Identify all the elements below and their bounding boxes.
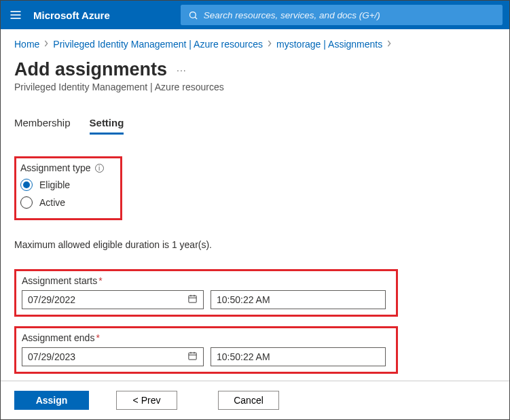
svg-rect-5: [189, 296, 196, 302]
page-title: Add assignments: [14, 59, 167, 80]
tabs: Membership Setting: [14, 117, 496, 135]
ends-date-row: 07/29/2023 10:50:22 AM: [22, 347, 390, 366]
svg-line-4: [195, 17, 197, 19]
chevron-right-icon: [43, 39, 49, 49]
assignment-type-radio-group: Eligible Active: [20, 179, 104, 209]
ends-time-input[interactable]: 10:50:22 AM: [211, 347, 386, 366]
radio-eligible[interactable]: Eligible: [20, 179, 104, 191]
radio-eligible-label: Eligible: [39, 179, 70, 190]
assignment-type-label: Assignment type: [20, 162, 91, 173]
footer-bar: Assign < Prev Cancel: [1, 381, 509, 419]
starts-label-row: Assignment starts*: [22, 275, 390, 286]
starts-date-row: 07/29/2022 10:50:22 AM: [22, 290, 390, 309]
calendar-icon[interactable]: [187, 294, 198, 306]
tab-setting[interactable]: Setting: [90, 117, 124, 135]
content-area: Home Privileged Identity Management | Az…: [1, 29, 509, 374]
page-subtitle: Privileged Identity Management | Azure r…: [14, 82, 496, 92]
breadcrumb: Home Privileged Identity Management | Az…: [14, 39, 496, 50]
assign-button[interactable]: Assign: [14, 391, 89, 410]
svg-point-3: [189, 12, 196, 18]
required-icon: *: [96, 332, 99, 343]
ends-label: Assignment ends: [22, 332, 94, 343]
search-icon: [188, 10, 198, 20]
radio-active-label: Active: [39, 197, 65, 208]
search-box[interactable]: [181, 5, 503, 25]
chevron-right-icon: [267, 39, 272, 49]
radio-active[interactable]: Active: [20, 196, 104, 209]
radio-icon: [20, 179, 33, 191]
ends-date-value: 07/29/2023: [28, 351, 75, 362]
highlight-assignment-ends: Assignment ends* 07/29/2023 10:: [14, 326, 398, 374]
brand-label: Microsoft Azure: [33, 10, 110, 21]
ends-label-row: Assignment ends*: [22, 332, 390, 343]
breadcrumb-assignments[interactable]: mystorage | Assignments: [276, 39, 382, 50]
breadcrumb-pim[interactable]: Privileged Identity Management | Azure r…: [53, 39, 263, 50]
highlight-assignment-type: Assignment type i Eligible Active: [14, 156, 122, 220]
more-icon[interactable]: ···: [177, 65, 187, 75]
highlight-assignment-starts: Assignment starts* 07/29/2022 1: [14, 269, 398, 317]
starts-time-input[interactable]: 10:50:22 AM: [211, 290, 386, 309]
form-area: Assignment type i Eligible Active Maximu…: [14, 156, 496, 374]
starts-date-input[interactable]: 07/29/2022: [22, 290, 204, 309]
starts-date-value: 07/29/2022: [28, 294, 75, 305]
search-input[interactable]: [204, 10, 495, 20]
required-icon: *: [98, 275, 102, 286]
prev-button[interactable]: < Prev: [116, 391, 177, 410]
chevron-right-icon: [386, 39, 392, 49]
cancel-button[interactable]: Cancel: [218, 391, 279, 410]
page-title-row: Add assignments ···: [14, 59, 496, 80]
tab-membership[interactable]: Membership: [14, 117, 71, 135]
ends-time-value: 10:50:22 AM: [217, 351, 270, 362]
breadcrumb-home[interactable]: Home: [14, 39, 39, 50]
menu-icon[interactable]: [7, 7, 24, 23]
ends-date-input[interactable]: 07/29/2023: [22, 347, 204, 366]
starts-label: Assignment starts: [22, 275, 97, 286]
max-duration-note: Maximum allowed eligible duration is 1 y…: [14, 239, 496, 250]
info-icon[interactable]: i: [95, 164, 104, 173]
top-bar: Microsoft Azure: [1, 1, 509, 29]
svg-rect-9: [189, 353, 196, 360]
radio-icon: [20, 196, 33, 209]
calendar-icon[interactable]: [187, 351, 198, 363]
starts-time-value: 10:50:22 AM: [217, 294, 270, 305]
assignment-type-label-row: Assignment type i: [20, 162, 104, 173]
